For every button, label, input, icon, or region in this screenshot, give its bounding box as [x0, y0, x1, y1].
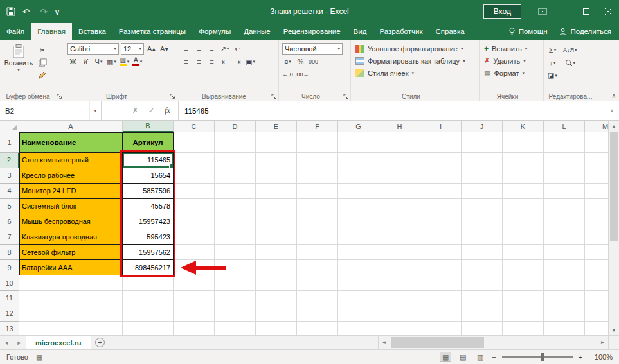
borders-button[interactable]: ▦▾ [106, 56, 117, 67]
cell-K13[interactable] [503, 322, 544, 335]
zoom-level[interactable]: 100% [588, 353, 613, 361]
cell-B10[interactable] [123, 275, 174, 291]
format-painter-button[interactable] [36, 69, 49, 80]
cell-H3[interactable] [379, 168, 420, 184]
merge-center-button[interactable]: ▣▾ [245, 56, 256, 67]
row-header-1[interactable]: 1 [0, 132, 19, 153]
cell-L10[interactable] [544, 275, 585, 291]
cell-I1[interactable] [420, 132, 462, 153]
cell-K5[interactable] [503, 199, 544, 214]
cell-I6[interactable] [420, 214, 462, 230]
cell-D11[interactable] [215, 291, 256, 306]
number-format-combo[interactable]: Числовой▾ [282, 43, 343, 55]
cell-I3[interactable] [420, 168, 462, 184]
horizontal-scroll-track[interactable] [390, 336, 597, 349]
bold-button[interactable]: Ж [67, 56, 78, 67]
cell-A6[interactable]: Мышь беспроводная [19, 214, 123, 230]
cell-D12[interactable] [215, 306, 256, 322]
column-header-G[interactable]: G [338, 121, 379, 132]
macro-record-button[interactable]: ▦ [36, 353, 42, 361]
cell-M10[interactable] [585, 275, 608, 291]
align-top-button[interactable]: ≡ [181, 44, 192, 55]
fill-color-button[interactable]: ▨▾ [119, 56, 130, 67]
share-button[interactable]: Поделиться [559, 28, 611, 36]
cell-M5[interactable] [585, 199, 608, 214]
cell-L6[interactable] [544, 214, 585, 230]
cell-F11[interactable] [297, 291, 338, 306]
cell-D13[interactable] [215, 322, 256, 335]
cell-L13[interactable] [544, 322, 585, 335]
cell-C12[interactable] [174, 306, 215, 322]
row-header-8[interactable]: 8 [0, 245, 19, 260]
cell-M13[interactable] [585, 322, 608, 335]
cell-L1[interactable] [544, 132, 585, 153]
cell-J9[interactable] [462, 260, 503, 275]
cell-C8[interactable] [174, 245, 215, 260]
cell-J6[interactable] [462, 214, 503, 230]
cell-I9[interactable] [420, 260, 462, 275]
select-all-button[interactable] [0, 121, 19, 132]
cell-B12[interactable] [123, 306, 174, 322]
cell-M7[interactable] [585, 229, 608, 245]
comma-style-button[interactable]: 000 [308, 56, 319, 67]
increase-decimal-button[interactable]: ←,0 [282, 69, 293, 80]
cell-G2[interactable] [338, 153, 379, 168]
view-page-break-button[interactable]: ▥ [474, 352, 486, 362]
cell-I13[interactable] [420, 322, 462, 335]
accounting-format-button[interactable]: ¤▾ [282, 56, 293, 67]
cell-B5[interactable]: 45578 [123, 199, 174, 214]
cell-C10[interactable] [174, 275, 215, 291]
dialog-launcher-icon[interactable] [271, 94, 277, 100]
cell-D3[interactable] [215, 168, 256, 184]
row-header-13[interactable]: 13 [0, 322, 19, 335]
cell-H11[interactable] [379, 291, 420, 306]
cell-J4[interactable] [462, 184, 503, 199]
sort-filter-button[interactable]: А↓Я▾ [563, 44, 577, 55]
scroll-down-button[interactable]: ▼ [609, 325, 619, 335]
cell-D7[interactable] [215, 229, 256, 245]
orientation-button[interactable]: ↗▾ [219, 44, 230, 55]
customize-quick-access-button[interactable]: ∨ [54, 8, 60, 16]
cell-G4[interactable] [338, 184, 379, 199]
fill-button[interactable]: ↓▾ [547, 57, 558, 68]
cell-I8[interactable] [420, 245, 462, 260]
cell-E3[interactable] [256, 168, 297, 184]
enter-button[interactable]: ✓ [143, 107, 159, 115]
cell-A7[interactable]: Клавиатура проводная [19, 229, 123, 245]
row-header-10[interactable]: 10 [0, 275, 19, 291]
cell-M9[interactable] [585, 260, 608, 275]
cell-L3[interactable] [544, 168, 585, 184]
decrease-decimal-button[interactable]: ,00→ [295, 69, 309, 80]
cell-C1[interactable] [174, 132, 215, 153]
align-left-button[interactable]: ≡ [181, 56, 192, 67]
cell-G8[interactable] [338, 245, 379, 260]
cell-C5[interactable] [174, 199, 215, 214]
cell-F1[interactable] [297, 132, 338, 153]
tab-Разработчик[interactable]: Разработчик [373, 23, 429, 40]
row-header-12[interactable]: 12 [0, 306, 19, 322]
cell-F5[interactable] [297, 199, 338, 214]
zoom-slider[interactable] [502, 356, 573, 358]
column-header-C[interactable]: C [174, 121, 215, 132]
cell-J12[interactable] [462, 306, 503, 322]
vertical-scroll-thumb[interactable] [610, 132, 618, 241]
cell-K11[interactable] [503, 291, 544, 306]
cell-D5[interactable] [215, 199, 256, 214]
underline-button[interactable]: Ч▾ [93, 56, 104, 67]
cell-G3[interactable] [338, 168, 379, 184]
cell-M6[interactable] [585, 214, 608, 230]
cell-F7[interactable] [297, 229, 338, 245]
column-header-A[interactable]: A [19, 121, 123, 132]
increase-font-size-button[interactable]: А▴ [146, 44, 157, 55]
name-box-dropdown[interactable]: ▾ [89, 101, 101, 120]
cell-C3[interactable] [174, 168, 215, 184]
tab-Вставка[interactable]: Вставка [72, 23, 112, 40]
cell-H8[interactable] [379, 245, 420, 260]
align-middle-button[interactable]: ≡ [193, 44, 204, 55]
autosum-button[interactable]: Σ▾ [547, 44, 558, 55]
cell-C7[interactable] [174, 229, 215, 245]
zoom-slider-thumb[interactable] [541, 353, 544, 361]
cell-M12[interactable] [585, 306, 608, 322]
dialog-launcher-icon[interactable] [57, 94, 62, 100]
cell-M11[interactable] [585, 291, 608, 306]
